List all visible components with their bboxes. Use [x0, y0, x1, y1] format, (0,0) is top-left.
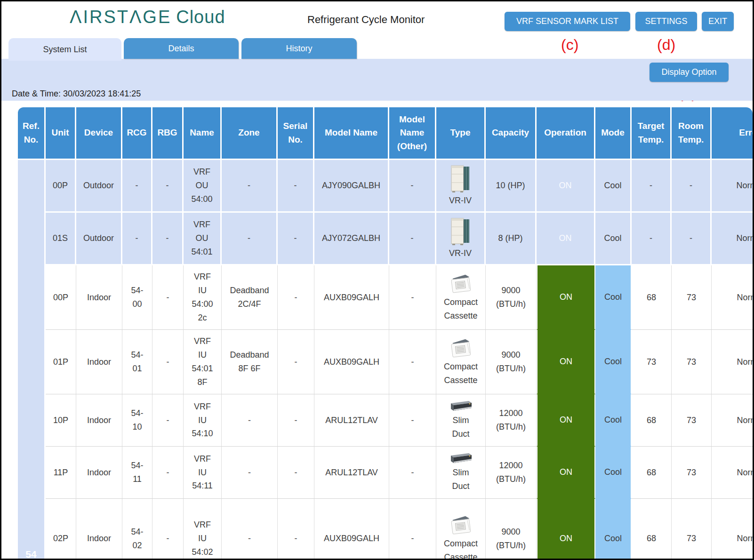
cell-capacity: 9000 (BTU/h)	[486, 330, 537, 394]
cell-serial: -	[278, 330, 314, 394]
cell-serial: -	[278, 213, 314, 265]
cell-room: 73	[672, 499, 712, 559]
cell-operation: ON	[537, 160, 595, 213]
table-row[interactable]: 10PIndoor54- 10-VRF IU 54:10--ARUL12TLAV…	[18, 394, 753, 447]
cell-rcg: -	[122, 160, 152, 213]
tab-history[interactable]: History	[241, 38, 357, 59]
cell-capacity: 9000 (BTU/h)	[486, 265, 537, 330]
cell-unit: 00P	[46, 265, 76, 330]
cell-error: Normal	[712, 330, 753, 394]
cell-model: AJY090GALBH	[314, 160, 389, 213]
cell-type: Compact Cassette	[436, 499, 486, 559]
table-row[interactable]: 5400POutdoor--VRF OU 54:00--AJY090GALBH-…	[18, 160, 753, 213]
cell-capacity: 10 (HP)	[486, 160, 537, 213]
display-option-button[interactable]: Display Option	[650, 63, 729, 82]
cell-operation: ON	[537, 394, 595, 447]
outdoor-unit-icon	[449, 216, 471, 247]
cell-rbg: -	[152, 447, 184, 499]
system-list-table: Ref. No. Unit Device RCG RBG Name Zone S…	[18, 107, 753, 559]
cell-name: VRF IU 54:10	[184, 394, 222, 447]
cell-device: Indoor	[76, 447, 122, 499]
ref-no-label: 54	[18, 546, 44, 559]
cell-serial: -	[278, 160, 314, 213]
table-row[interactable]: 11PIndoor54- 11-VRF IU 54:11--ARUL12TLAV…	[18, 447, 753, 499]
cell-zone: -	[222, 394, 278, 447]
cell-target: 68	[632, 447, 672, 499]
cell-zone: Deadband 8F 6F	[222, 330, 278, 394]
table-row[interactable]: 00PIndoor54- 00-VRF IU 54:00 2cDeadband …	[18, 265, 753, 330]
col-target-temp: Target Temp.	[632, 107, 672, 160]
refrigerant-cycle-monitor-window: ΛIRSTΛGECloud Refrigerant Cycle Monitor …	[0, 0, 754, 560]
cell-mode: Cool	[595, 499, 632, 559]
cell-target: 68	[632, 499, 672, 559]
cell-type: Compact Cassette	[436, 265, 486, 330]
col-mode: Mode	[595, 107, 632, 160]
cell-room: 73	[672, 265, 712, 330]
cell-mode: Cool	[595, 213, 632, 265]
cell-room: -	[672, 213, 712, 265]
cell-rbg: -	[152, 394, 184, 447]
cell-rbg: -	[152, 499, 184, 559]
annotation-c: (c)	[561, 36, 578, 54]
exit-button[interactable]: EXIT	[702, 12, 734, 31]
cell-error: Normal	[712, 213, 753, 265]
table-row[interactable]: 01PIndoor54- 01-VRF IU 54:01 8FDeadband …	[18, 330, 753, 394]
table-row[interactable]: 01SOutdoor--VRF OU 54:01--AJY072GALBH-VR…	[18, 213, 753, 265]
system-table-body: 5400POutdoor--VRF OU 54:00--AJY090GALBH-…	[18, 160, 753, 559]
vrf-sensor-mark-list-button[interactable]: VRF SENSOR MARK LIST	[505, 12, 630, 31]
cell-room: 73	[672, 394, 712, 447]
tab-system-list[interactable]: System List	[8, 38, 121, 61]
cell-device: Indoor	[76, 499, 122, 559]
type-label: Compact Cassette	[436, 296, 485, 323]
cell-target: -	[632, 160, 672, 213]
col-serial-no: Serial No.	[278, 107, 314, 160]
compact-cassette-icon	[449, 513, 473, 537]
col-rcg: RCG	[122, 107, 152, 160]
cell-model: AUXB09GALH	[314, 330, 389, 394]
cell-unit: 00P	[46, 160, 76, 213]
cell-error: Normal	[712, 499, 753, 559]
cell-unit: 01S	[46, 213, 76, 265]
col-room-temp: Room Temp.	[672, 107, 712, 160]
cell-capacity: 12000 (BTU/h)	[486, 447, 537, 499]
cell-unit: 02P	[46, 499, 76, 559]
annotation-d: (d)	[657, 36, 675, 54]
tab-details[interactable]: Details	[124, 38, 239, 59]
airstage-cloud-logo: ΛIRSTΛGECloud	[70, 7, 225, 27]
cell-device: Outdoor	[76, 213, 122, 265]
settings-button[interactable]: SETTINGS	[635, 12, 697, 31]
cell-room: 73	[672, 447, 712, 499]
type-label: Compact Cassette	[436, 537, 485, 559]
col-capacity: Capacity	[486, 107, 537, 160]
cell-model-other: -	[389, 394, 436, 447]
cell-model: AJY072GALBH	[314, 213, 389, 265]
cell-zone: -	[222, 213, 278, 265]
type-label: VR-IV	[436, 247, 484, 260]
compact-cassette-icon	[449, 272, 473, 296]
cell-rcg: -	[122, 213, 152, 265]
cell-rbg: -	[152, 160, 184, 213]
compact-cassette-icon	[449, 336, 473, 360]
col-operation: Operation	[537, 107, 595, 160]
cell-mode: Cool	[595, 160, 632, 213]
cell-type: VR-IV	[436, 213, 486, 265]
cell-rcg: 54- 10	[122, 394, 152, 447]
cell-target: 68	[632, 394, 672, 447]
slim-duct-icon	[447, 400, 474, 414]
cell-model: AUXB09GALH	[314, 499, 389, 559]
cell-type: VR-IV	[436, 160, 486, 213]
cell-unit: 10P	[46, 394, 76, 447]
cell-name: VRF IU 54:01 8F	[184, 330, 222, 394]
cell-mode: Cool	[595, 447, 632, 499]
cell-rbg: -	[152, 265, 184, 330]
cell-type: Slim Duct	[436, 394, 486, 447]
cell-model-other: -	[389, 499, 436, 559]
cell-rcg: 54- 11	[122, 447, 152, 499]
cell-model: AUXB09GALH	[314, 265, 389, 330]
cell-mode: Cool	[595, 394, 632, 447]
cell-name: VRF IU 54:11	[184, 447, 222, 499]
cell-model: ARUL12TLAV	[314, 447, 389, 499]
cell-name: VRF IU 54:00 2c	[184, 265, 222, 330]
table-row[interactable]: 02PIndoor54- 02-VRF IU 54:02--AUXB09GALH…	[18, 499, 753, 559]
cell-model-other: -	[389, 265, 436, 330]
